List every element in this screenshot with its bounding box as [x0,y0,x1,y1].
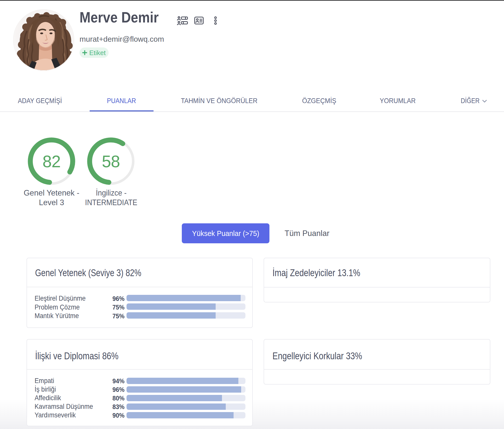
svg-text:82: 82 [42,152,60,171]
svg-text:58: 58 [102,152,120,171]
